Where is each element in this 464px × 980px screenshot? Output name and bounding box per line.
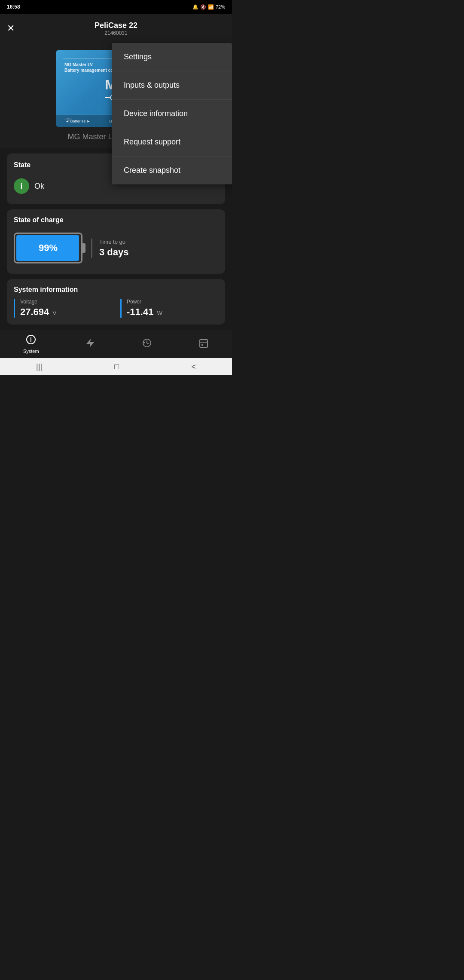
system-nav-label: System: [23, 349, 39, 354]
system-info-card: System information Voltage 27.694 V Powe…: [7, 279, 225, 325]
system-info-grid: Voltage 27.694 V Power -11.41 W: [14, 299, 218, 318]
nav-back-button[interactable]: <: [191, 362, 196, 371]
battery-visual: 99%: [14, 233, 82, 263]
dropdown-item-create-snapshot[interactable]: Create snapshot: [112, 156, 232, 184]
soc-card: State of charge 99% Time to go 3 days: [7, 209, 225, 274]
dropdown-item-device-info[interactable]: Device information: [112, 99, 232, 128]
time-to-go-value: 3 days: [99, 247, 129, 258]
nav-home-button[interactable]: □: [114, 362, 119, 371]
close-button[interactable]: ✕: [7, 23, 15, 34]
svg-marker-6: [86, 339, 94, 347]
svg-rect-9: [200, 340, 208, 347]
nav-item-history[interactable]: [142, 338, 152, 350]
state-info-icon: i: [14, 178, 29, 194]
svg-line-8: [143, 342, 144, 343]
soc-content: 99% Time to go 3 days: [14, 229, 218, 267]
voltage-value: 27.694 V: [20, 306, 112, 318]
calendar-nav-icon: [198, 338, 209, 350]
soc-card-title: State of charge: [14, 216, 218, 224]
time-to-go-block: Time to go 3 days: [91, 239, 129, 258]
charge-nav-icon: [85, 338, 95, 350]
system-nav-icon: i: [26, 334, 36, 347]
svg-rect-13: [201, 344, 203, 346]
wifi-icon: 📶: [208, 4, 214, 10]
power-item: Power -11.41 W: [120, 299, 218, 318]
dropdown-item-inputs-outputs[interactable]: Inputs & outputs: [112, 71, 232, 99]
nav-item-calendar[interactable]: [198, 338, 209, 350]
svg-text:i: i: [30, 336, 32, 343]
nav-item-charge[interactable]: [85, 338, 95, 350]
power-value: -11.41 W: [127, 306, 218, 318]
batteries-label: ◄ Batteries ►: [65, 119, 90, 123]
status-time: 16:58: [7, 4, 20, 10]
voltage-item: Voltage 27.694 V: [14, 299, 112, 318]
time-to-go-label: Time to go: [99, 239, 129, 245]
device-id: 21460031: [95, 30, 137, 36]
state-value: Ok: [34, 182, 44, 191]
system-nav-bar: ||| □ <: [0, 358, 232, 375]
status-icons: 🔔 🔇 📶 72%: [192, 4, 225, 10]
device-name: PeliCase 22: [95, 21, 137, 30]
dropdown-menu: Settings Inputs & outputs Device informa…: [112, 43, 232, 184]
voltage-label: Voltage: [20, 299, 112, 305]
header-title-block: PeliCase 22 21460031: [95, 21, 137, 36]
history-nav-icon: [142, 338, 152, 350]
bottom-nav: i System: [0, 330, 232, 358]
mute-icon: 🔇: [200, 4, 206, 10]
dropdown-item-settings[interactable]: Settings: [112, 43, 232, 71]
alarm-icon: 🔔: [192, 4, 198, 10]
state-card-title: State: [14, 161, 31, 169]
battery-status: 72%: [216, 4, 225, 9]
nav-hamburger-button[interactable]: |||: [36, 362, 42, 371]
nav-item-system[interactable]: i System: [23, 334, 39, 354]
battery-percent: 99%: [39, 242, 58, 254]
app-header: ✕ PeliCase 22 21460031: [0, 14, 232, 43]
power-label: Power: [127, 299, 218, 305]
status-bar: 16:58 🔔 🔇 📶 72%: [0, 0, 232, 14]
system-info-title: System information: [14, 286, 218, 294]
dropdown-item-request-support[interactable]: Request support: [112, 128, 232, 156]
